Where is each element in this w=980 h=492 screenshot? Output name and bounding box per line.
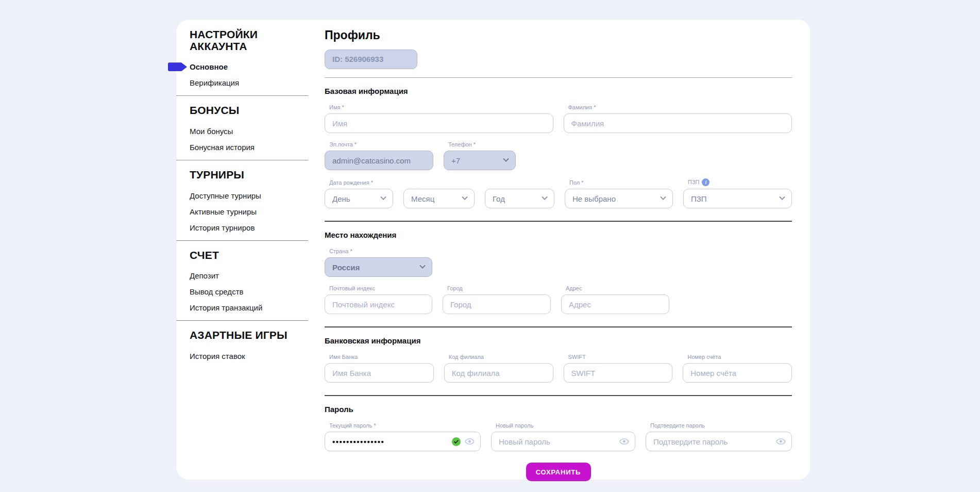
sidebar-divider — [176, 95, 308, 96]
sidebar-item-my-bonuses[interactable]: Мои бонусы — [190, 127, 308, 136]
swift-field-group: SWIFT — [564, 354, 673, 383]
postal-code-input[interactable] — [325, 294, 432, 314]
bank-name-label: Имя Банка — [329, 354, 434, 360]
birth-year-value: Год — [493, 194, 505, 203]
country-label: Страна * — [329, 248, 432, 255]
phone-code-value: +7 — [451, 156, 460, 165]
eye-icon[interactable] — [465, 438, 475, 445]
chevron-down-icon — [419, 263, 425, 269]
confirm-password-input[interactable] — [646, 432, 792, 451]
sidebar-group-title-account-settings: Настройки аккаунта — [190, 29, 302, 52]
new-password-label: Новый пароль — [496, 422, 635, 429]
pzp-field-group: ПЗП i ПЗП — [683, 178, 792, 208]
birth-year-field-group: Год — [485, 189, 554, 208]
password-row: Текущий пароль * — [325, 422, 792, 451]
save-button[interactable]: СОХРАНИТЬ — [526, 463, 591, 481]
profile-main: Профиль ID: 526906933 Базовая информация… — [325, 20, 792, 481]
country-row: Страна * Россия — [325, 248, 792, 277]
phone-code-select: +7 — [444, 151, 516, 170]
page-title: Профиль — [325, 28, 792, 42]
current-password-label: Текущий пароль * — [329, 422, 481, 429]
birth-year-select[interactable]: Год — [485, 189, 554, 208]
new-password-icons — [619, 432, 629, 451]
sidebar-divider — [176, 160, 308, 160]
section-divider — [325, 221, 792, 222]
gender-label: Пол * — [569, 179, 673, 186]
swift-input[interactable] — [564, 363, 673, 383]
first-name-input[interactable] — [325, 113, 553, 133]
chevron-down-icon — [779, 194, 785, 200]
email-label: Эл.почта * — [329, 141, 433, 148]
sidebar-item-tournament-history[interactable]: История турниров — [190, 223, 308, 232]
gender-select[interactable]: Не выбрано — [565, 189, 673, 208]
postal-code-label: Почтовый индекс — [329, 285, 432, 292]
eye-icon[interactable] — [776, 438, 786, 445]
address-field-group: Адрес — [561, 285, 669, 314]
first-name-label: Имя * — [329, 104, 553, 111]
sidebar-item-label: История турниров — [190, 223, 255, 232]
country-value: Россия — [332, 263, 360, 272]
sidebar-item-active-tournaments[interactable]: Активные турниры — [190, 207, 308, 216]
gender-value: Не выбрано — [572, 194, 616, 203]
sidebar-group-title-bonuses: Бонусы — [190, 105, 302, 117]
basic-info-heading: Базовая информация — [325, 87, 792, 95]
section-divider — [325, 395, 792, 396]
address-input[interactable] — [561, 294, 669, 314]
birth-month-field-group: Месяц — [403, 189, 475, 208]
info-icon[interactable]: i — [702, 178, 709, 186]
birth-month-value: Месяц — [411, 194, 434, 203]
account-number-input[interactable] — [683, 363, 792, 383]
phone-label: Телефон * — [448, 141, 516, 148]
phone-field-group: Телефон * +7 — [444, 141, 516, 170]
sidebar-item-available-tournaments[interactable]: Доступные турниры — [190, 191, 308, 200]
new-password-field-group: Новый пароль — [491, 422, 635, 451]
chevron-down-icon — [462, 194, 467, 200]
account-settings-card: Настройки аккаунта Основное Верификация … — [176, 20, 810, 480]
sidebar-item-label: Активные турниры — [190, 207, 257, 216]
confirm-password-icons — [776, 432, 786, 451]
contact-row: Эл.почта * Телефон * +7 — [325, 141, 792, 170]
sidebar-item-main[interactable]: Основное — [190, 62, 308, 71]
sidebar-item-label: Верификация — [190, 78, 239, 87]
sidebar-item-bonus-history[interactable]: Бонусная история — [190, 143, 308, 152]
branch-code-field-group: Код филиала — [444, 354, 553, 383]
sidebar-item-label: История ставок — [190, 352, 245, 360]
sidebar-item-deposit[interactable]: Депозит — [190, 271, 308, 280]
sidebar-group-title-gambling: Азартные игры — [190, 330, 302, 341]
sidebar-item-label: Основное — [190, 62, 228, 71]
birth-date-label: Дата рождения * — [329, 179, 393, 186]
sidebar-item-withdrawal[interactable]: Вывод средств — [190, 287, 308, 296]
location-heading: Место нахождения — [325, 231, 792, 239]
branch-code-input[interactable] — [444, 363, 553, 383]
sidebar-item-bet-history[interactable]: История ставок — [190, 352, 308, 360]
chevron-down-icon — [660, 194, 666, 200]
last-name-input[interactable] — [564, 113, 792, 133]
sidebar-divider — [176, 240, 308, 241]
country-field-group: Страна * Россия — [325, 248, 432, 277]
current-password-wrap — [325, 432, 481, 451]
city-field-group: Город — [443, 285, 551, 314]
last-name-label: Фамилия * — [568, 104, 792, 111]
sidebar-item-transaction-history[interactable]: История транзакций — [190, 303, 308, 312]
gender-field-group: Пол * Не выбрано — [565, 179, 673, 208]
pzp-select[interactable]: ПЗП — [683, 189, 792, 208]
new-password-input[interactable] — [491, 432, 635, 451]
birth-month-select[interactable]: Месяц — [403, 189, 475, 208]
birth-gender-row: Дата рождения * День Месяц Год По — [325, 178, 792, 208]
chevron-down-icon — [503, 156, 509, 162]
bank-name-field-group: Имя Банка — [325, 354, 434, 383]
bank-name-input[interactable] — [325, 363, 434, 383]
first-name-field-group: Имя * — [325, 104, 553, 133]
new-password-wrap — [491, 432, 635, 451]
chevron-down-icon — [542, 194, 547, 200]
sidebar-item-verification[interactable]: Верификация — [190, 78, 308, 87]
eye-icon[interactable] — [619, 438, 629, 445]
city-input[interactable] — [443, 294, 551, 314]
confirm-password-wrap — [646, 432, 792, 451]
section-divider — [325, 77, 792, 78]
postal-code-field-group: Почтовый индекс — [325, 285, 432, 314]
birth-day-select[interactable]: День — [325, 189, 393, 208]
current-password-field-group: Текущий пароль * — [325, 422, 481, 451]
save-button-row: СОХРАНИТЬ — [325, 463, 792, 481]
sidebar-item-label: Вывод средств — [190, 287, 243, 296]
